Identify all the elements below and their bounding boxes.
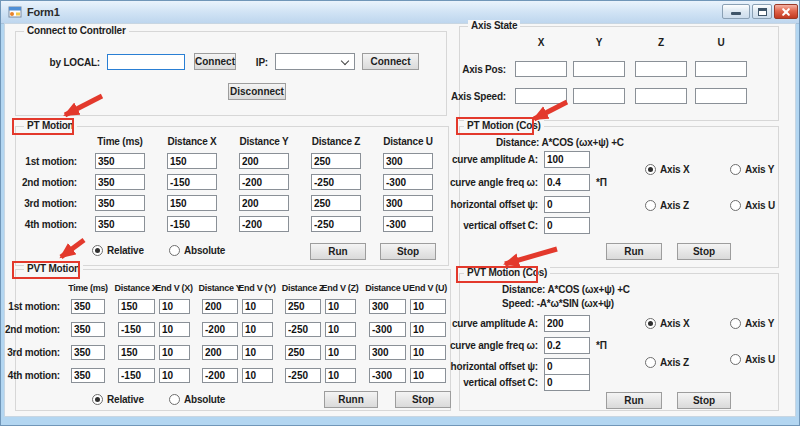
pt-absolute-label[interactable]: Absolute bbox=[184, 245, 225, 256]
pt-relative-label[interactable]: Relative bbox=[107, 245, 144, 256]
pt-cell-input[interactable] bbox=[239, 174, 289, 190]
pvt-cell-input[interactable] bbox=[410, 345, 446, 360]
pvt-cell-input[interactable] bbox=[242, 345, 273, 360]
pvt-cos-stop-button[interactable]: Stop bbox=[677, 392, 731, 409]
pvt-cell-input[interactable] bbox=[325, 345, 356, 360]
pvt-cos-axis-x-label[interactable]: Axis X bbox=[660, 318, 689, 329]
pvt-cos-field-input[interactable] bbox=[544, 315, 590, 332]
minimize-button[interactable] bbox=[722, 4, 750, 19]
pvt-absolute-radio[interactable] bbox=[169, 394, 180, 405]
pt-cos-axis-u-label[interactable]: Axis U bbox=[745, 200, 775, 211]
pt-absolute-radio[interactable] bbox=[169, 245, 180, 256]
pvt-stop-button[interactable]: Stop bbox=[395, 391, 451, 408]
pt-cell-input[interactable] bbox=[311, 216, 361, 232]
pvt-cell-input[interactable] bbox=[410, 368, 446, 383]
pvt-cos-field-input[interactable] bbox=[544, 358, 590, 375]
pvt-cell-input[interactable] bbox=[285, 299, 321, 314]
pt-cell-input[interactable] bbox=[95, 153, 145, 169]
pt-cos-field-input[interactable] bbox=[544, 196, 590, 213]
pvt-cell-input[interactable] bbox=[202, 345, 238, 360]
pvt-run-button[interactable]: Runn bbox=[324, 391, 378, 408]
pvt-cos-field-input[interactable] bbox=[544, 337, 590, 354]
disconnect-button[interactable]: Disconnect bbox=[228, 83, 286, 100]
pvt-cell-input[interactable] bbox=[202, 368, 238, 383]
pt-cos-axis-z-label[interactable]: Axis Z bbox=[660, 200, 689, 211]
pvt-cell-input[interactable] bbox=[325, 368, 356, 383]
pvt-cell-input[interactable] bbox=[202, 322, 238, 337]
pvt-cell-input[interactable] bbox=[159, 322, 190, 337]
pvt-cell-input[interactable] bbox=[325, 299, 356, 314]
pt-cell-input[interactable] bbox=[311, 153, 361, 169]
pt-stop-button[interactable]: Stop bbox=[380, 243, 436, 260]
pt-cell-input[interactable] bbox=[383, 153, 433, 169]
maximize-button[interactable] bbox=[752, 4, 772, 19]
pt-cos-axis-x-radio[interactable] bbox=[645, 164, 656, 175]
pvt-relative-label[interactable]: Relative bbox=[107, 394, 144, 405]
title-bar[interactable]: Form1 bbox=[1, 1, 799, 24]
axis-pos-input[interactable] bbox=[573, 61, 625, 77]
pvt-cell-input[interactable] bbox=[369, 368, 406, 383]
pvt-cell-input[interactable] bbox=[118, 299, 155, 314]
pvt-absolute-label[interactable]: Absolute bbox=[184, 394, 225, 405]
pvt-cell-input[interactable] bbox=[242, 322, 273, 337]
axis-pos-input[interactable] bbox=[695, 61, 747, 77]
pvt-cell-input[interactable] bbox=[202, 299, 238, 314]
pt-cos-axis-u-radio[interactable] bbox=[730, 200, 741, 211]
pt-cell-input[interactable] bbox=[167, 216, 217, 232]
pvt-cos-field-input[interactable] bbox=[544, 374, 590, 391]
pvt-cell-input[interactable] bbox=[410, 322, 446, 337]
pvt-cos-axis-u-label[interactable]: Axis U bbox=[745, 354, 775, 365]
axis-speed-input[interactable] bbox=[573, 88, 625, 104]
pvt-cos-axis-x-radio[interactable] bbox=[645, 318, 656, 329]
pvt-cell-input[interactable] bbox=[159, 368, 190, 383]
pt-relative-radio[interactable] bbox=[92, 245, 103, 256]
pt-cell-input[interactable] bbox=[311, 195, 361, 211]
pvt-cell-input[interactable] bbox=[159, 299, 190, 314]
pt-cell-input[interactable] bbox=[311, 174, 361, 190]
pt-cell-input[interactable] bbox=[167, 153, 217, 169]
pt-cell-input[interactable] bbox=[95, 216, 145, 232]
pvt-cos-axis-z-radio[interactable] bbox=[645, 357, 656, 368]
pt-cell-input[interactable] bbox=[239, 153, 289, 169]
pvt-cell-input[interactable] bbox=[71, 322, 105, 337]
pt-cos-field-input[interactable] bbox=[544, 174, 590, 191]
connect-ip-button[interactable]: Connect bbox=[362, 53, 419, 70]
pvt-relative-radio[interactable] bbox=[92, 394, 103, 405]
pvt-cell-input[interactable] bbox=[159, 345, 190, 360]
pvt-cell-input[interactable] bbox=[71, 368, 105, 383]
pvt-cell-input[interactable] bbox=[71, 299, 105, 314]
pt-cos-run-button[interactable]: Run bbox=[606, 243, 662, 260]
pvt-cos-axis-y-label[interactable]: Axis Y bbox=[745, 318, 774, 329]
pt-cell-input[interactable] bbox=[167, 195, 217, 211]
pvt-cos-axis-y-radio[interactable] bbox=[730, 318, 741, 329]
pvt-cell-input[interactable] bbox=[410, 299, 446, 314]
pt-cell-input[interactable] bbox=[383, 216, 433, 232]
pvt-cell-input[interactable] bbox=[369, 322, 406, 337]
pt-cell-input[interactable] bbox=[383, 174, 433, 190]
pvt-cell-input[interactable] bbox=[369, 299, 406, 314]
pvt-cell-input[interactable] bbox=[242, 299, 273, 314]
axis-speed-input[interactable] bbox=[635, 88, 687, 104]
pt-cos-axis-y-radio[interactable] bbox=[730, 164, 741, 175]
connect-local-button[interactable]: Connect bbox=[194, 53, 236, 70]
pt-cos-field-input[interactable] bbox=[544, 217, 590, 234]
pvt-cell-input[interactable] bbox=[285, 368, 321, 383]
pvt-cell-input[interactable] bbox=[118, 368, 155, 383]
pvt-cell-input[interactable] bbox=[285, 345, 321, 360]
pvt-cos-axis-u-radio[interactable] bbox=[730, 354, 741, 365]
pvt-cell-input[interactable] bbox=[242, 368, 273, 383]
pvt-cell-input[interactable] bbox=[71, 345, 105, 360]
pvt-cell-input[interactable] bbox=[285, 322, 321, 337]
axis-pos-input[interactable] bbox=[635, 61, 687, 77]
pt-cos-axis-x-label[interactable]: Axis X bbox=[660, 164, 689, 175]
pt-cell-input[interactable] bbox=[95, 195, 145, 211]
pvt-cell-input[interactable] bbox=[325, 322, 356, 337]
pvt-cell-input[interactable] bbox=[118, 345, 155, 360]
axis-speed-input[interactable] bbox=[695, 88, 747, 104]
pt-cell-input[interactable] bbox=[239, 216, 289, 232]
pt-run-button[interactable]: Run bbox=[310, 243, 366, 260]
pvt-cell-input[interactable] bbox=[118, 322, 155, 337]
pt-cell-input[interactable] bbox=[239, 195, 289, 211]
local-input[interactable] bbox=[107, 54, 185, 70]
pvt-cos-axis-z-label[interactable]: Axis Z bbox=[660, 357, 689, 368]
